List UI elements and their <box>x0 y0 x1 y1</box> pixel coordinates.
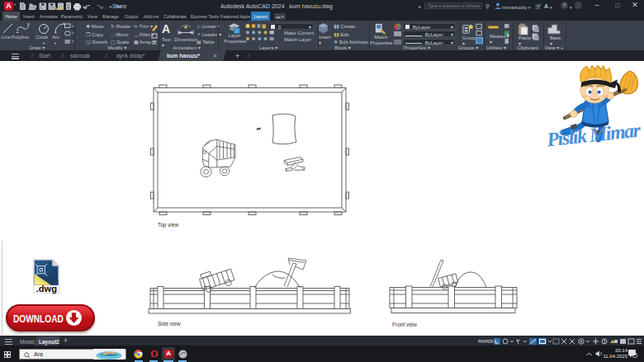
svg-text:Side view: Side view <box>158 321 181 327</box>
svg-text:Front view: Front view <box>392 322 417 327</box>
svg-text:Pislik Mimar: Pislik Mimar <box>545 120 642 151</box>
svg-text:.dwg: .dwg <box>36 284 58 294</box>
svg-text:Top view: Top view <box>158 222 179 228</box>
